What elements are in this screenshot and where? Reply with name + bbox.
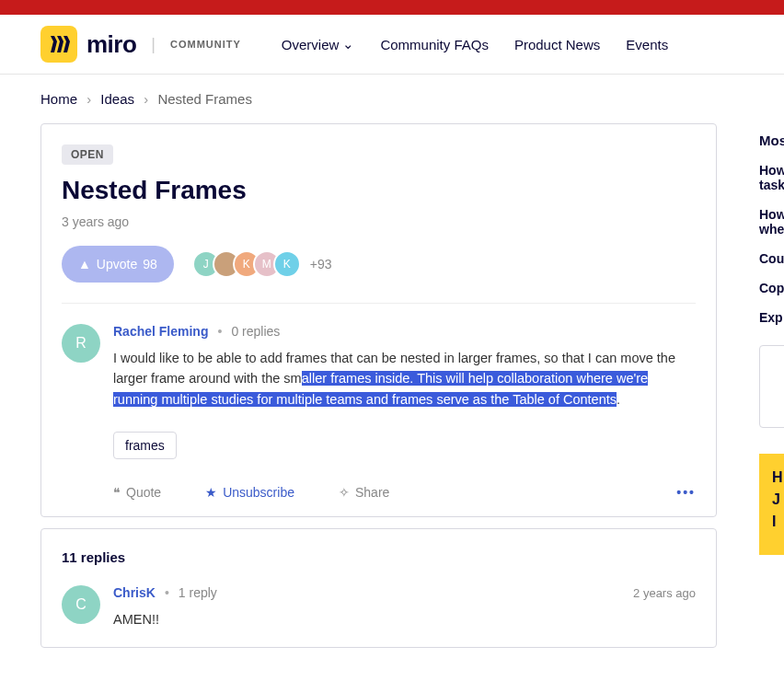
upvote-row: ▲ Upvote 98 J K M K +93	[62, 246, 696, 304]
reply-author-link[interactable]: ChrisK	[113, 585, 156, 600]
nav-faqs[interactable]: Community FAQs	[380, 36, 489, 52]
author-avatar[interactable]: R	[62, 324, 100, 363]
tag-row: frames	[113, 432, 696, 459]
sidebar-link[interactable]: Exp	[759, 310, 784, 325]
avatar: K	[273, 250, 301, 278]
reply-header: ChrisK • 1 reply 2 years ago	[113, 585, 696, 600]
voter-avatars[interactable]: J K M K +93	[192, 250, 332, 278]
post-body-text: I would like to be able to add frames th…	[113, 348, 696, 410]
post-header: Rachel Fleming • 0 replies	[113, 324, 696, 339]
quote-button[interactable]: ❝ Quote	[113, 485, 161, 500]
share-button[interactable]: ✧ Share	[339, 485, 389, 500]
sidebar: Mos How task How whe Cou Cop Exp H J I	[759, 123, 784, 648]
reply-reply-count: 1 reply	[179, 585, 217, 600]
chevron-right-icon: ›	[144, 91, 148, 107]
triangle-up-icon: ▲	[78, 257, 91, 271]
browser-toolbar	[0, 0, 784, 15]
quote-label: Quote	[126, 485, 161, 500]
breadcrumb-current: Nested Frames	[157, 91, 252, 107]
nav-overview[interactable]: Overview ⌄	[282, 36, 355, 52]
logo[interactable]: miro | COMMUNITY	[40, 26, 241, 63]
unsubscribe-button[interactable]: ★ Unsubscribe	[205, 485, 294, 500]
post-actions: ❝ Quote ★ Unsubscribe ✧ Share •••	[113, 485, 696, 500]
upvote-button[interactable]: ▲ Upvote 98	[62, 246, 174, 283]
nav-product-news[interactable]: Product News	[514, 36, 600, 52]
nav-label: Overview	[282, 37, 340, 52]
quote-icon: ❝	[113, 485, 121, 500]
more-menu-button[interactable]: •••	[676, 485, 696, 500]
share-label: Share	[355, 485, 389, 500]
community-label: COMMUNITY	[170, 39, 241, 50]
logo-divider: |	[151, 35, 156, 54]
breadcrumb-home[interactable]: Home	[40, 91, 77, 107]
unsubscribe-label: Unsubscribe	[223, 485, 294, 500]
status-badge: OPEN	[62, 144, 113, 165]
upvote-count: 98	[143, 257, 157, 271]
breadcrumb: Home › Ideas › Nested Frames	[0, 75, 784, 123]
idea-card: OPEN Nested Frames 3 years ago ▲ Upvote …	[40, 123, 717, 517]
chevron-down-icon: ⌄	[342, 36, 354, 52]
separator-dot: •	[165, 585, 169, 600]
nav-events[interactable]: Events	[626, 36, 668, 52]
more-voters-count: +93	[310, 257, 332, 271]
reply-author-avatar[interactable]: C	[62, 585, 100, 624]
reply-timestamp: 2 years ago	[633, 586, 696, 600]
chevron-right-icon: ›	[86, 91, 91, 107]
sidebar-link[interactable]: How task	[759, 163, 784, 192]
author-link[interactable]: Rachel Fleming	[113, 324, 208, 339]
reply-body-text: AMEN!!	[113, 609, 696, 629]
original-post: R Rachel Fleming • 0 replies I would lik…	[62, 324, 696, 500]
separator-dot: •	[217, 324, 222, 339]
sidebar-link[interactable]: Cou	[759, 251, 784, 266]
logo-mark-icon	[40, 26, 77, 63]
reply-item: C ChrisK • 1 reply 2 years ago AMEN!!	[62, 585, 696, 629]
sidebar-widget	[759, 345, 784, 428]
site-header: miro | COMMUNITY Overview ⌄ Community FA…	[0, 15, 784, 75]
tag-frames[interactable]: frames	[113, 432, 177, 459]
sidebar-link[interactable]: How whe	[759, 207, 784, 237]
logo-text: miro	[86, 30, 136, 59]
star-icon: ★	[205, 485, 217, 500]
sidebar-promo[interactable]: H J I	[759, 454, 784, 555]
share-icon: ✧	[339, 485, 350, 500]
replies-count-label: 11 replies	[62, 549, 696, 565]
reply-count: 0 replies	[231, 324, 280, 339]
page-title: Nested Frames	[62, 176, 696, 205]
breadcrumb-ideas[interactable]: Ideas	[100, 91, 134, 107]
body-tail: .	[617, 392, 620, 407]
main-nav: Overview ⌄ Community FAQs Product News E…	[282, 36, 668, 52]
sidebar-section-title: Mos	[759, 123, 784, 148]
replies-card: 11 replies C ChrisK • 1 reply 2 years ag…	[40, 528, 717, 647]
post-timestamp: 3 years ago	[62, 214, 696, 229]
sidebar-link[interactable]: Cop	[759, 281, 784, 295]
upvote-label: Upvote	[97, 257, 137, 271]
